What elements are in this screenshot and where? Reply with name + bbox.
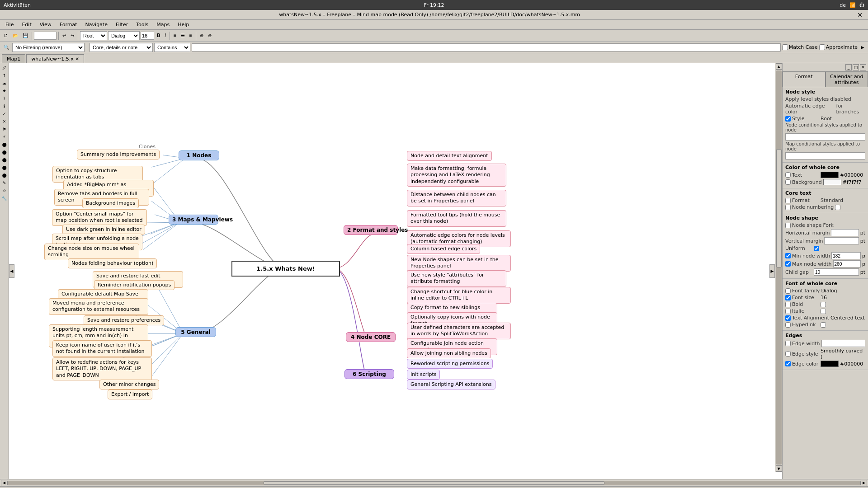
node-nodes-folding[interactable]: Nodes folding behaviour (option) [68, 258, 157, 268]
node-use-new-style[interactable]: Use new style "attributes" for attribute… [407, 270, 506, 287]
scope-select[interactable]: Core, details or note [90, 43, 153, 52]
menu-maps[interactable]: Maps [153, 21, 173, 28]
node-change-node-size[interactable]: Change node size on mouse wheel scrollin… [44, 244, 139, 260]
collapse-right-btn[interactable]: ▶ [769, 264, 775, 278]
node-column-edge-colors[interactable]: Column based edge colors [407, 244, 480, 254]
undo-btn[interactable]: ↩ [61, 31, 68, 40]
node-5-general[interactable]: 5 General [175, 327, 216, 337]
redo-btn[interactable]: ↪ [69, 31, 76, 40]
collapse-left-btn[interactable]: ◀ [9, 264, 14, 278]
new-btn[interactable]: 🗋 [2, 31, 10, 40]
rp-max-width-check[interactable] [785, 261, 791, 267]
match-case-check[interactable] [782, 44, 788, 50]
rp-bg-color-check[interactable] [785, 179, 791, 185]
rp-maximize-icon[interactable]: □ [853, 64, 859, 70]
rp-text-align-check[interactable] [785, 315, 791, 321]
node-detail-align[interactable]: Node and detail text alignment [407, 151, 492, 161]
search-input[interactable] [192, 43, 781, 52]
node-allow-joining[interactable]: Allow joining non sibling nodes [407, 348, 491, 358]
rp-text-color-box[interactable] [821, 172, 839, 178]
filter-icon-btn[interactable]: 🔍 [2, 43, 11, 52]
node-user-defined[interactable]: User defined characters are accepted in … [407, 323, 511, 339]
menu-tools[interactable]: Tools [132, 21, 152, 28]
bold-btn[interactable]: B [155, 31, 162, 40]
zoom-input[interactable]: 121% [34, 32, 57, 40]
left-icon-8[interactable]: ✕ [1, 118, 8, 125]
left-icon-6[interactable]: ℹ [1, 103, 8, 110]
left-icon-15[interactable]: ⬤ [1, 172, 8, 179]
rp-max-width-input[interactable] [833, 260, 861, 267]
rp-shape-check[interactable] [785, 223, 791, 228]
left-icon-4[interactable]: ★ [1, 87, 8, 94]
scroll-left-btn[interactable]: ◀ [1, 480, 7, 486]
node-reminder[interactable]: Reminder notification popups [94, 280, 175, 290]
node-formatted-tips[interactable]: Formatted tool tips (hold the mouse over… [407, 210, 506, 227]
rp-min-width-check[interactable] [785, 253, 791, 258]
rp-tab-calendar[interactable]: Calendar and attributes [826, 72, 868, 87]
node-general-scripting[interactable]: General Scripting API extensions [407, 380, 495, 389]
rp-numbering-value-check[interactable] [835, 205, 840, 210]
rp-edge-style-check[interactable] [785, 351, 791, 357]
save-btn[interactable]: 💾 [21, 31, 30, 40]
rp-close-icon[interactable]: ✕ [860, 64, 866, 70]
node-3-maps[interactable]: 3 Maps & Mapviews [169, 215, 218, 225]
font-name-select[interactable]: Dialog [108, 31, 140, 40]
rp-numbering-check[interactable] [785, 205, 791, 210]
left-icon-9[interactable]: ⚑ [1, 126, 8, 133]
rp-hyperlink-value-check[interactable] [821, 322, 826, 328]
align-right-btn[interactable]: ≡ [188, 31, 194, 40]
node-dark-green[interactable]: Use dark green in inline editor [62, 225, 145, 235]
canvas-area[interactable]: Clones 1 Nodes Summary node improvements… [9, 63, 782, 479]
scroll-down-btn[interactable]: ▼ [776, 465, 782, 472]
node-summary[interactable]: Summary node improvements [77, 150, 160, 160]
tab-whatsnew[interactable]: whatsNew~1.5.x ✕ [26, 54, 84, 63]
rp-map-cond-input[interactable] [785, 152, 865, 160]
scroll-up-btn[interactable]: ▲ [776, 63, 782, 70]
left-icon-5[interactable]: ? [1, 95, 8, 102]
tab-map1[interactable]: Map1 [2, 54, 25, 63]
italic-btn[interactable]: I [163, 31, 168, 40]
left-icon-1[interactable]: 🖊 [1, 64, 8, 71]
node-init-scripts[interactable]: Init scripts [407, 370, 440, 380]
node-save-restore-pref[interactable]: Save and restore preferences [84, 315, 164, 325]
node-keep-icon[interactable]: Keep icon name of user icon if it's not … [52, 340, 152, 357]
rp-bg-color-box[interactable] [823, 179, 841, 185]
menu-navigate[interactable]: Navigate [82, 21, 111, 28]
left-icon-16[interactable]: ✎ [1, 179, 8, 187]
rp-v-margin-input[interactable] [824, 237, 859, 244]
rp-bold-check[interactable] [785, 302, 791, 307]
left-icon-2[interactable]: ↑ [1, 72, 8, 79]
node-bg-images[interactable]: Background images [82, 198, 139, 208]
node-reworked-scripting[interactable]: Reworked scripting permissions [407, 359, 493, 369]
window-close-button[interactable]: ✕ [855, 11, 864, 19]
node-2-format[interactable]: 2 Format and styles [344, 225, 398, 235]
node-make-data[interactable]: Make data formatting, formula processing… [407, 164, 506, 187]
rp-format-check[interactable] [785, 198, 791, 203]
rp-tab-format[interactable]: Format [783, 72, 826, 87]
rp-italic-check[interactable] [785, 309, 791, 314]
font-size-input[interactable] [141, 32, 154, 40]
rp-hyperlink-check[interactable] [785, 322, 791, 328]
node-distance-child[interactable]: Distance between child nodes can be set … [407, 190, 506, 206]
left-icon-18[interactable]: 🔧 [1, 195, 8, 202]
menu-help[interactable]: Help [174, 21, 193, 28]
rp-font-family-check[interactable] [785, 288, 791, 294]
rp-minimize-icon[interactable]: _ [845, 64, 852, 70]
filter-select[interactable]: No Filtering (remove) [12, 43, 85, 52]
rp-edge-width-input[interactable] [821, 340, 866, 347]
menu-view[interactable]: View [36, 21, 55, 28]
menu-edit[interactable]: Edit [18, 21, 35, 28]
rp-text-color-check[interactable] [785, 172, 791, 178]
open-btn[interactable]: 📂 [11, 31, 20, 40]
rp-italic-value-check[interactable] [821, 309, 826, 314]
canvas-scrollbar-v[interactable]: ▲ ▼ [775, 63, 782, 472]
node-1-nodes[interactable]: 1 Nodes [179, 150, 219, 160]
rp-bold-value-check[interactable] [821, 302, 826, 307]
rp-edge-width-check[interactable] [785, 341, 791, 346]
align-left-btn[interactable]: ≡ [172, 31, 178, 40]
node-6-scripting[interactable]: 6 Scripting [344, 369, 394, 379]
scroll-thumb-v[interactable] [776, 149, 782, 267]
rp-h-margin-input[interactable] [831, 229, 859, 236]
rp-font-size-check[interactable] [785, 295, 791, 300]
node-moved-menu[interactable]: Moved menu and preference configuration … [49, 298, 148, 315]
